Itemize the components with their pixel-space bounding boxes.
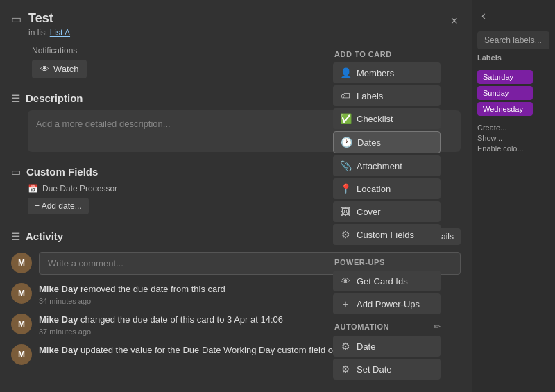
dates-icon: 🕐 [341,137,352,148]
add-to-card-title: Add to card [333,50,441,58]
activity-user-1: Mike Day [39,284,78,294]
cover-button[interactable]: 🖼 Cover [333,201,441,222]
modal-title-area: ▭ Test in list List A [11,11,447,37]
labels-button[interactable]: 🏷 Labels [333,85,441,106]
breadcrumb: in list List A [28,28,70,37]
activity-action-1: removed the due date from this card [80,284,225,294]
avatar-2: M [11,314,32,334]
breadcrumb-link[interactable]: List A [50,28,70,37]
show-action[interactable]: Show... [477,134,549,142]
get-card-ids-label: Get Card Ids [357,276,408,287]
automation-title: Automation [333,323,389,331]
calendar-icon: 📅 [28,184,38,194]
custom-fields-panel-label: Custom Fields [357,230,414,240]
members-label: Members [357,68,394,78]
avatar-1: M [11,283,32,304]
activity-user-2: Mike Day [39,314,78,325]
members-button[interactable]: 👤 Members [333,62,441,83]
activity-title-group: ☰ Activity [11,230,63,243]
day-pill-sunday[interactable]: Sunday [477,86,533,100]
automation-set-date-label: Set Date [357,364,392,375]
day-pill-wednesday[interactable]: Wednesday [477,102,533,116]
close-button[interactable]: × [447,11,461,31]
labels-title: Labels [477,53,549,62]
automation-set-date-button[interactable]: ⚙ Set Date [333,359,441,380]
avatar-3: M [11,344,32,365]
watch-button[interactable]: 👁 Watch [32,60,87,78]
activity-action-3: updated the value for the Due Date Worki… [80,345,375,355]
get-card-ids-icon: 👁 [340,275,351,287]
add-to-card-panel: Add to card 👤 Members 🏷 Labels ✅ Checkli… [333,50,441,382]
attachment-icon: 📎 [340,160,351,171]
members-icon: 👤 [340,67,351,78]
eye-icon: 👁 [40,64,49,74]
automation-set-date-icon: ⚙ [340,364,351,375]
automation-header: Automation ✏ [333,322,441,332]
description-icon: ☰ [11,92,20,105]
add-power-ups-icon: + [340,298,351,309]
location-label: Location [357,184,391,194]
day-pill-saturday[interactable]: Saturday [477,70,533,84]
activity-icon: ☰ [11,230,20,243]
labels-icon: 🏷 [340,90,351,101]
breadcrumb-prefix: in list [28,28,47,37]
attachment-label: Attachment [357,161,402,171]
activity-user-3: Mike Day [39,345,78,355]
edit-icon[interactable]: ✏ [434,322,441,332]
modal-title-text: Test in list List A [28,11,70,37]
custom-fields-title: Custom Fields [26,166,98,178]
power-ups-title: Power-Ups [333,258,441,266]
activity-title: Activity [26,230,63,242]
automation-date-icon: ⚙ [340,341,351,352]
location-button[interactable]: 📍 Location [333,178,441,199]
cover-label: Cover [357,207,381,217]
activity-action-2: changed the due date of this card to 3 A… [80,314,283,325]
checklist-button[interactable]: ✅ Checklist [333,108,441,129]
attachment-button[interactable]: 📎 Attachment [333,155,441,176]
checklist-icon: ✅ [340,113,351,124]
create-action[interactable]: Create... [477,123,549,132]
description-title: Description [26,92,83,104]
watch-label: Watch [53,64,78,74]
add-power-ups-label: Add Power-Ups [357,299,420,309]
dates-label: Dates [357,137,381,148]
enable-color-action[interactable]: Enable colo... [477,144,549,153]
cover-icon: 🖼 [340,206,351,217]
right-panel-header: ‹ [472,0,555,31]
location-icon: 📍 [340,183,351,194]
card-icon: ▭ [11,12,22,26]
checklist-label: Checklist [357,114,393,124]
search-labels-input[interactable]: Search labels... [477,31,549,49]
custom-fields-button[interactable]: ⚙ Custom Fields [333,224,441,245]
add-date-button[interactable]: + Add date... [28,198,89,214]
custom-fields-icon: ▭ [11,166,21,178]
back-icon[interactable]: ‹ [479,6,488,26]
labels-label: Labels [357,91,383,101]
get-card-ids-button[interactable]: 👁 Get Card Ids [333,271,441,291]
cf-field-name: Due Date Processor [42,184,117,194]
custom-fields-panel-icon: ⚙ [340,229,351,240]
automation-date-label: Date [357,341,375,352]
automation-date-button[interactable]: ⚙ Date [333,336,441,357]
right-panel: ‹ Search labels... Labels Saturday Sunda… [472,0,555,392]
add-power-ups-button[interactable]: + Add Power-Ups [333,293,441,314]
card-title[interactable]: Test [28,11,70,26]
modal-header: ▭ Test in list List A × [0,0,472,43]
dates-button[interactable]: 🕐 Dates [333,131,441,153]
avatar: M [11,253,32,273]
